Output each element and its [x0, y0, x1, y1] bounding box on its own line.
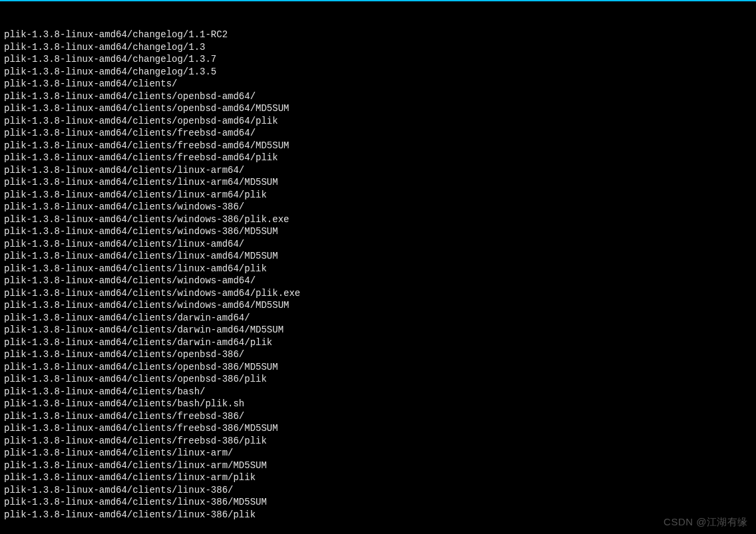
output-line: plik-1.3.8-linux-amd64/clients/openbsd-a…	[4, 102, 752, 115]
output-line: plik-1.3.8-linux-amd64/clients/freebsd-a…	[4, 140, 752, 152]
output-line: plik-1.3.8-linux-amd64/clients/openbsd-a…	[4, 115, 752, 128]
output-line: plik-1.3.8-linux-amd64/clients/darwin-am…	[4, 336, 752, 349]
output-line: plik-1.3.8-linux-amd64/clients/	[4, 78, 752, 90]
output-line: plik-1.3.8-linux-amd64/clients/windows-3…	[4, 225, 752, 238]
output-line: plik-1.3.8-linux-amd64/clients/freebsd-3…	[4, 435, 752, 448]
output-line: plik-1.3.8-linux-amd64/clients/bash/	[4, 386, 752, 398]
output-line: plik-1.3.8-linux-amd64/clients/linux-386…	[4, 496, 752, 509]
output-line: plik-1.3.8-linux-amd64/clients/linux-386…	[4, 509, 752, 521]
output-line: plik-1.3.8-linux-amd64/clients/darwin-am…	[4, 312, 752, 325]
output-line: plik-1.3.8-linux-amd64/clients/linux-arm…	[4, 176, 752, 189]
output-line: plik-1.3.8-linux-amd64/clients/bash/plik…	[4, 398, 752, 410]
output-line: plik-1.3.8-linux-amd64/clients/windows-3…	[4, 201, 752, 213]
output-line: plik-1.3.8-linux-amd64/clients/freebsd-3…	[4, 422, 752, 435]
watermark-text: CSDN @江湖有缘	[663, 516, 748, 529]
output-line: plik-1.3.8-linux-amd64/clients/openbsd-3…	[4, 373, 752, 386]
output-line: plik-1.3.8-linux-amd64/clients/windows-a…	[4, 275, 752, 287]
output-line: plik-1.3.8-linux-amd64/clients/openbsd-3…	[4, 361, 752, 374]
output-line: plik-1.3.8-linux-amd64/clients/freebsd-a…	[4, 127, 752, 140]
output-line: plik-1.3.8-linux-amd64/clients/linux-arm…	[4, 164, 752, 177]
output-line: plik-1.3.8-linux-amd64/changelog/1.3.5	[4, 66, 752, 78]
output-line: plik-1.3.8-linux-amd64/clients/openbsd-a…	[4, 90, 752, 103]
output-line: plik-1.3.8-linux-amd64/clients/windows-a…	[4, 287, 752, 300]
output-line: plik-1.3.8-linux-amd64/clients/linux-amd…	[4, 238, 752, 251]
output-line: plik-1.3.8-linux-amd64/clients/darwin-am…	[4, 324, 752, 336]
output-line: plik-1.3.8-linux-amd64/changelog/1.3	[4, 41, 752, 54]
output-line: plik-1.3.8-linux-amd64/changelog/1.3.7	[4, 53, 752, 66]
output-line: plik-1.3.8-linux-amd64/changelog/1.1-RC2	[4, 29, 752, 41]
output-line: plik-1.3.8-linux-amd64/clients/linux-arm…	[4, 447, 752, 460]
output-line: plik-1.3.8-linux-amd64/clients/freebsd-3…	[4, 410, 752, 423]
output-line: plik-1.3.8-linux-amd64/clients/linux-arm…	[4, 471, 752, 484]
output-lines: plik-1.3.8-linux-amd64/changelog/1.1-RC2…	[4, 29, 752, 521]
output-line: plik-1.3.8-linux-amd64/clients/freebsd-a…	[4, 152, 752, 164]
output-line: plik-1.3.8-linux-amd64/clients/linux-amd…	[4, 250, 752, 263]
output-line: plik-1.3.8-linux-amd64/clients/linux-arm…	[4, 460, 752, 472]
output-line: plik-1.3.8-linux-amd64/clients/windows-a…	[4, 299, 752, 312]
output-line: plik-1.3.8-linux-amd64/clients/linux-386…	[4, 484, 752, 497]
output-line: plik-1.3.8-linux-amd64/clients/linux-amd…	[4, 263, 752, 275]
terminal-output[interactable]: plik-1.3.8-linux-amd64/changelog/1.1-RC2…	[0, 1, 756, 534]
output-line: plik-1.3.8-linux-amd64/clients/openbsd-3…	[4, 348, 752, 361]
output-line: plik-1.3.8-linux-amd64/clients/linux-arm…	[4, 189, 752, 201]
output-line: plik-1.3.8-linux-amd64/clients/windows-3…	[4, 213, 752, 226]
